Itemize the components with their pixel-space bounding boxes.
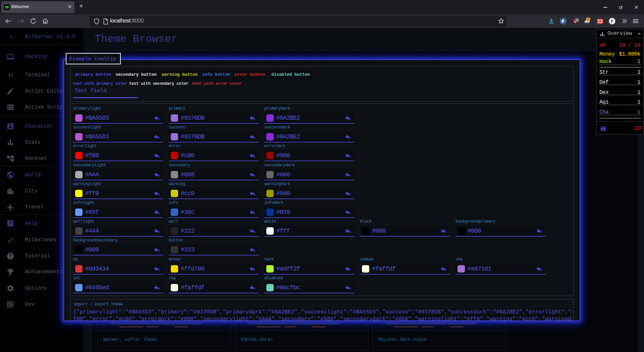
svg-text:F: F — [611, 19, 613, 24]
svg-text:1: 1 — [576, 18, 578, 22]
svg-text:1: 1 — [587, 18, 589, 21]
